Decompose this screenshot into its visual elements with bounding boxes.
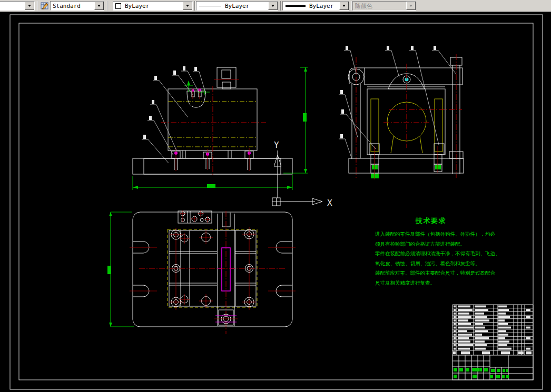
properties-toolbar: Standard ByLayer ByLayer ByLayer 随颜色 [0,0,551,12]
chevron-down-icon[interactable] [339,2,349,10]
toolbar-separator [351,1,352,11]
front-view [133,66,308,190]
dimension-text [207,184,215,188]
text-style-combo[interactable]: Standard [50,1,104,11]
front-view-leaders [142,66,206,163]
tech-requirements-line: 氧化皮、锈蚀、切屑、油污、着色剂和灰尘等。 [375,260,480,266]
tech-requirements-line: 零件在装配前必须清理和清洗干净，不得有毛刺、飞边、 [375,250,500,256]
lineweight-glyph [286,5,306,7]
tech-requirements-line: 进入装配的零件及部件（包括外购件、外协件），均必 [375,231,496,237]
chevron-down-icon[interactable] [268,2,278,10]
title-block [452,355,533,380]
text-style-icon [41,2,49,10]
layer-combo[interactable] [0,1,35,11]
tech-requirements-title: 技术要求 [415,217,446,225]
chevron-down-icon[interactable] [183,2,192,10]
chevron-down-icon [406,2,416,10]
chevron-down-icon[interactable] [94,2,104,10]
linetype-combo[interactable]: ByLayer [196,1,278,11]
linetype-value: ByLayer [221,3,268,9]
color-combo[interactable]: ByLayer [113,1,193,11]
toolbar-separator [37,1,38,11]
toolbar-separator [194,1,195,11]
plot-style-value: 随颜色 [353,2,406,10]
front-view-dimensions [133,67,308,190]
side-view [339,46,464,179]
plot-style-combo: 随颜色 [352,1,416,11]
ucs-y-label: Y [274,140,279,150]
tech-requirements-line: 装配前应对零、部件的主要配合尺寸，特别是过盈配合 [375,270,496,276]
cad-drawing: Y X 技术要求 进入装配的零件及部件（包括外购件、外协件），均必 须具有检验部… [0,12,551,392]
chevron-down-icon[interactable] [25,2,34,10]
toolbar-separator [107,1,108,11]
lineweight-combo[interactable]: ByLayer [282,1,349,11]
toolbar-separator [280,1,281,11]
tech-requirements-line: 须具有检验部门的合格证方能进行装配。 [375,241,465,247]
color-swatch [115,3,121,9]
color-value: ByLayer [121,3,183,9]
tech-requirements-line: 尺寸及相关精度进行复查。 [375,280,435,286]
lineweight-value: ByLayer [306,3,339,9]
plan-view-dimension [107,212,134,327]
drawing-canvas[interactable]: Y X 技术要求 进入装配的零件及部件（包括外购件、外协件），均必 须具有检验部… [0,12,551,392]
snap-markers [184,81,210,95]
text-style-value: Standard [51,3,94,9]
dimension-text [107,266,111,274]
plan-top-section [178,210,212,223]
application-window: Standard ByLayer ByLayer ByLayer 随颜色 [0,0,551,392]
technical-requirements: 技术要求 进入装配的零件及部件（包括外购件、外协件），均必 须具有检验部门的合格… [375,217,500,286]
linetype-glyph [199,6,221,6]
dimension-text [303,113,307,122]
text-style-button[interactable] [38,1,51,11]
bom-table [452,305,533,355]
ucs-x-label: X [327,198,332,208]
plan-view [107,210,296,334]
